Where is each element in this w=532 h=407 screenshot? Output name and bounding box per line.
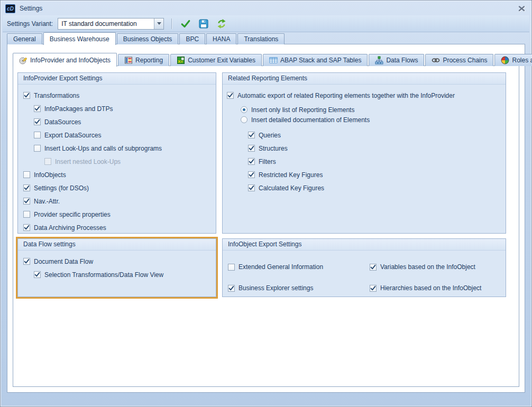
group-related-reporting-elements: Related Reporting Elements Automatic exp… — [222, 72, 506, 234]
toolbar-save-button[interactable] — [197, 17, 210, 30]
checkbox-row: Automatic export of related Reporting el… — [223, 89, 506, 102]
checkbox-row: Restricted Key Figures — [223, 168, 506, 181]
checkbox-label: Queries — [259, 132, 281, 139]
checkbox-datasources[interactable] — [34, 118, 41, 125]
refresh-icon — [216, 18, 227, 29]
radio-insert-detailed-documentation-of-elements[interactable] — [241, 116, 247, 123]
tab-label: General — [13, 35, 36, 43]
subtab-roles-and-authorizations[interactable]: Roles and Authorizations — [494, 54, 532, 66]
process-chains-icon — [432, 56, 440, 64]
checkbox-document-data-flow[interactable] — [23, 258, 30, 265]
sub-tab-bar: InfoProvider and InfoObjectsReportingX=C… — [13, 54, 532, 66]
checkbox-label: Filters — [259, 158, 276, 165]
chevron-down-icon[interactable] — [154, 18, 163, 29]
checkbox-extended-general-information[interactable] — [228, 264, 235, 271]
checkbox-row: Provider specific properties — [18, 208, 216, 221]
subtab-infoprovider-and-infoobjects[interactable]: InfoProvider and InfoObjects — [13, 53, 117, 67]
infoprovider-icon — [19, 56, 27, 64]
svg-text:X=: X= — [178, 59, 183, 64]
checkbox-label: Insert Look-Ups and calls of subprograms — [44, 145, 162, 152]
checkbox-label: Business Explorer settings — [239, 284, 313, 292]
radio-row: Insert detailed documentation of Element… — [223, 115, 506, 125]
checkbox-automatic-export-of-related-reporting-elements-together-with-the-infoprovider[interactable] — [227, 92, 234, 99]
checkbox-nav-attr[interactable] — [23, 198, 30, 205]
checkbox-structures[interactable] — [248, 145, 255, 152]
checkbox-restricted-key-figures[interactable] — [248, 171, 255, 178]
tab-translations[interactable]: Translations — [237, 33, 285, 44]
checkbox-variables-based-on-the-infoobject[interactable] — [370, 264, 377, 271]
checkbox-selection-transformations-data-flow-view[interactable] — [34, 271, 41, 278]
toolbar-refresh-button[interactable] — [215, 17, 228, 30]
checkbox-provider-specific-properties[interactable] — [23, 211, 30, 218]
tab-hana[interactable]: HANA — [206, 33, 236, 44]
radio-label: Insert only list of Reporting Elements — [251, 106, 354, 114]
radio-label: Insert detailed documentation of Element… — [251, 116, 370, 124]
checkbox-label: Extended General Information — [239, 263, 323, 271]
checkbox-row: Queries — [223, 128, 506, 142]
checkbox-label: Automatic export of related Reporting el… — [237, 92, 455, 99]
tab-general[interactable]: General — [7, 33, 42, 44]
checkbox-insert-nested-look-ups[interactable] — [44, 158, 51, 165]
checkbox-label: Insert nested Look-Ups — [55, 158, 121, 165]
toolbar-buttons — [179, 17, 228, 30]
reporting-icon — [124, 56, 133, 64]
checkbox-filters[interactable] — [248, 158, 255, 165]
radio-row: Insert only list of Reporting Elements — [223, 105, 506, 115]
checkbox-hierarchies-based-on-the-infoobject[interactable] — [370, 285, 377, 292]
data-flows-icon — [375, 56, 383, 64]
tab-business-warehouse[interactable]: Business Warehouse — [43, 32, 116, 45]
checkbox-row: Transformations — [18, 89, 216, 102]
checkbox-label: Provider specific properties — [34, 211, 111, 218]
dual-row: Extended General InformationVariables ba… — [223, 258, 506, 276]
app-logo-text: cD — [7, 5, 14, 13]
app-icon: cD — [5, 4, 15, 13]
checkbox-row: InfoPackages and DTPs — [18, 102, 216, 115]
checkbox-row: Extended General Information — [223, 261, 364, 274]
checkbox-infoobjects[interactable] — [23, 171, 30, 178]
checkbox-infopackages-and-dtps[interactable] — [34, 105, 41, 112]
checkbox-settings-for-dsos[interactable] — [23, 184, 30, 191]
tab-bpc[interactable]: BPC — [179, 33, 205, 44]
checkbox-label: Nav.-Attr. — [34, 198, 60, 205]
main-tab-bar: GeneralBusiness WarehouseBusiness Object… — [7, 32, 286, 44]
save-icon — [198, 18, 209, 29]
settings-variant-select[interactable]: IT standard documentation — [58, 18, 164, 30]
subtab-reporting[interactable]: Reporting — [118, 54, 169, 66]
subtab-process-chains[interactable]: Process Chains — [425, 54, 493, 66]
checkbox-calculated-key-figures[interactable] — [248, 184, 255, 191]
checkbox-insert-look-ups-and-calls-of-subprograms[interactable] — [34, 145, 41, 152]
subtab-customer-exit-variables[interactable]: X=Customer Exit Variables — [170, 54, 262, 66]
checkbox-row: Data Archiving Processes — [18, 221, 216, 234]
checkbox-row: Calculated Key Figures — [223, 181, 506, 195]
close-button[interactable] — [516, 4, 527, 13]
checkbox-export-datasources[interactable] — [34, 132, 41, 138]
tab-label: ABAP Stack and SAP Tables — [280, 57, 361, 64]
subtab-abap-stack-and-sap-tables[interactable]: ABAP Stack and SAP Tables — [263, 54, 368, 66]
checkbox-label: Restricted Key Figures — [259, 171, 323, 179]
group-body: Document Data FlowSelection Transformati… — [18, 251, 216, 281]
checkbox-business-explorer-settings[interactable] — [228, 285, 235, 292]
subtab-data-flows[interactable]: Data Flows — [369, 54, 424, 66]
checkbox-label: InfoObjects — [34, 171, 66, 179]
checkbox-data-archiving-processes[interactable] — [23, 224, 30, 231]
checkbox-label: InfoPackages and DTPs — [44, 105, 113, 113]
tab-label: Customer Exit Variables — [188, 57, 255, 64]
tab-label: Data Flows — [386, 57, 418, 64]
tab-label: Roles and Authorizations — [512, 57, 532, 64]
checkbox-label: Export DataSources — [44, 132, 101, 139]
group-infoobject-export-settings: InfoObject Export Settings Extended Gene… — [222, 238, 506, 297]
checkbox-row: DataSources — [18, 115, 216, 128]
radio-insert-only-list-of-reporting-elements[interactable] — [241, 106, 247, 113]
checkbox-row: Settings (for DSOs) — [18, 181, 216, 195]
checkbox-label: Document Data Flow — [34, 258, 93, 265]
checkbox-label: Hierarchies based on the InfoObject — [380, 284, 481, 292]
checkbox-label: DataSources — [44, 118, 81, 126]
business-warehouse-tab-page: InfoProvider and InfoObjectsReportingX=C… — [7, 44, 525, 393]
toolbar-apply-button[interactable] — [179, 17, 192, 30]
group-data-flow-settings: Data Flow settings Document Data FlowSel… — [17, 238, 216, 297]
checkbox-row: Nav.-Attr. — [18, 195, 216, 208]
settings-variant-value: IT standard documentation — [58, 18, 154, 29]
checkbox-queries[interactable] — [248, 132, 255, 138]
checkbox-transformations[interactable] — [23, 92, 30, 99]
tab-business-objects[interactable]: Business Objects — [117, 33, 179, 44]
